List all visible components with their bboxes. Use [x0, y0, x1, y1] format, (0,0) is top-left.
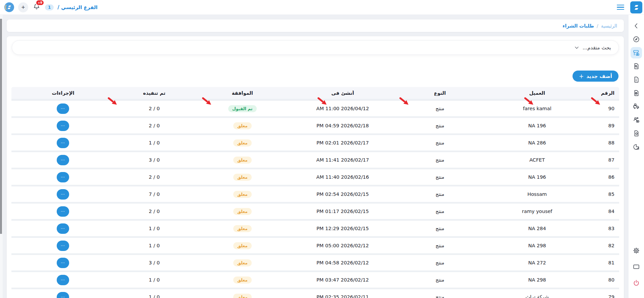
purchase-orders-table: الرقم العميل النوع أنشئ فى الموافقة تم ت…: [11, 87, 619, 298]
row-actions-button[interactable]: •••: [57, 241, 69, 251]
cell-created: AM 11:41 2026/02/17: [291, 157, 394, 163]
scrollbar-thumb[interactable]: [0, 19, 2, 234]
cell-executed: 1 / 0: [115, 243, 194, 248]
sidebar-item-document-box-icon[interactable]: [631, 128, 642, 139]
cell-executed: 7 / 0: [115, 191, 194, 197]
cell-actions: •••: [11, 206, 115, 217]
notification-count-badge: +9: [36, 0, 44, 6]
sidebar-item-document-search-icon[interactable]: [631, 60, 642, 72]
table-row: 80 NA 298 منتج PM 03:47 2026/02/12 معلق …: [11, 272, 619, 288]
cell-number: 84: [589, 209, 619, 214]
cell-type: منتج: [394, 294, 486, 298]
quick-add-button[interactable]: +: [18, 2, 28, 12]
breadcrumb-home-link[interactable]: الرئيسية: [601, 23, 617, 29]
branch-count-badge: 1: [45, 4, 54, 10]
approval-badge: معلق: [233, 122, 252, 129]
branch-label[interactable]: الفرع الرئيسي /: [57, 4, 97, 10]
sidebar-item-compass-icon[interactable]: [631, 34, 642, 45]
row-actions-button[interactable]: •••: [57, 292, 69, 298]
table-row: 81 NA 272 منتج PM 04:58 2026/02/12 معلق …: [11, 255, 619, 270]
brand-square-logo[interactable]: [630, 1, 642, 13]
add-new-label: أضف جديد: [587, 73, 612, 79]
page-scrollbar[interactable]: [0, 15, 3, 298]
header-number: الرقم: [589, 90, 619, 96]
row-actions-button[interactable]: •••: [57, 223, 69, 234]
cell-number: 80: [589, 277, 619, 283]
sidebar-item-document-money-icon[interactable]: [631, 87, 642, 99]
header-approval: الموافقة: [194, 90, 291, 96]
cell-created: PM 04:59 2026/02/18: [291, 123, 394, 128]
notifications-button[interactable]: +9: [32, 2, 41, 13]
sidebar-item-customers-money-icon[interactable]: [631, 114, 642, 126]
chevron-down-icon: [574, 45, 579, 50]
cell-number: 88: [589, 140, 619, 145]
breadcrumb-separator: /: [597, 23, 598, 29]
settings-gear-icon[interactable]: [631, 245, 642, 256]
row-actions-button[interactable]: •••: [57, 103, 69, 114]
sidebar-collapse-chevron-icon[interactable]: [631, 20, 642, 32]
row-actions-button[interactable]: •••: [57, 275, 69, 285]
cell-created: PM 02:35 2026/02/11: [291, 294, 394, 298]
cell-number: 85: [589, 191, 619, 197]
cell-client: NA 272: [486, 260, 589, 265]
sidebar-item-purchases-pos-icon[interactable]: [631, 47, 642, 58]
row-actions-button[interactable]: •••: [57, 258, 69, 268]
sidebar-item-stats-pie-icon[interactable]: [631, 141, 642, 153]
power-icon[interactable]: [631, 277, 642, 289]
cell-executed: 3 / 0: [115, 157, 194, 163]
row-actions-button[interactable]: •••: [57, 172, 69, 182]
header-type: النوع: [394, 90, 486, 96]
advanced-search-toggle[interactable]: بحث متقدم...: [12, 40, 619, 55]
cell-executed: 1 / 0: [115, 140, 194, 145]
row-actions-button[interactable]: •••: [57, 155, 69, 165]
row-actions-button[interactable]: •••: [57, 206, 69, 217]
cell-client: fares kamal: [486, 106, 589, 111]
table-header-row: الرقم العميل النوع أنشئ فى الموافقة تم ت…: [11, 87, 619, 99]
table-row: 82 NA 298 منتج PM 05:00 2026/02/12 معلق …: [11, 238, 619, 253]
sidebar-item-delivery-truck-icon[interactable]: [631, 101, 642, 112]
cell-approval: معلق: [194, 174, 291, 181]
cell-created: PM 12:29 2026/02/15: [291, 226, 394, 231]
table-row: 83 NA 284 منتج PM 12:29 2026/02/15 معلق …: [11, 221, 619, 236]
cell-type: منتج: [394, 157, 486, 163]
table-row: 89 NA 196 منتج PM 04:59 2026/02/18 معلق …: [11, 118, 619, 133]
cell-type: منتج: [394, 106, 486, 111]
cell-client: NA 284: [486, 226, 589, 231]
cell-approval: تم القبول: [194, 105, 291, 112]
cell-client: NA 196: [486, 174, 589, 180]
cell-approval: معلق: [194, 208, 291, 215]
approval-badge: تم القبول: [228, 105, 257, 112]
header-client: العميل: [486, 90, 589, 96]
brand-circle-logo[interactable]: [4, 2, 14, 12]
add-new-button[interactable]: أضف جديد +: [573, 71, 618, 82]
hamburger-menu-icon[interactable]: [615, 3, 626, 11]
row-actions-button[interactable]: •••: [57, 189, 69, 200]
cell-actions: •••: [11, 292, 115, 298]
sidebar-item-document-info-icon[interactable]: [631, 74, 642, 85]
cell-actions: •••: [11, 258, 115, 268]
row-actions-button[interactable]: •••: [57, 138, 69, 148]
header-created: أنشئ فى: [291, 90, 394, 96]
brand-s-icon: [631, 2, 641, 12]
cell-executed: 2 / 0: [115, 174, 194, 180]
cell-executed: 2 / 0: [115, 209, 194, 214]
topbar-right-group: [615, 1, 644, 13]
header-executed: تم تنفيذه: [115, 90, 194, 96]
cell-actions: •••: [11, 241, 115, 251]
cell-client: شركة تراث: [486, 294, 589, 298]
screen-icon[interactable]: [631, 261, 642, 272]
table-row: 86 NA 196 منتج AM 11:40 2026/02/16 معلق …: [11, 169, 619, 185]
table-row: 85 Hossam منتج PM 02:54 2026/02/15 معلق …: [11, 186, 619, 202]
approval-badge: معلق: [233, 139, 252, 146]
brand-circle-icon: [4, 2, 14, 12]
cell-approval: معلق: [194, 122, 291, 129]
row-actions-button[interactable]: •••: [57, 121, 69, 131]
cell-actions: •••: [11, 223, 115, 234]
cell-approval: معلق: [194, 242, 291, 249]
cell-created: PM 03:47 2026/02/12: [291, 277, 394, 283]
cell-number: 87: [589, 157, 619, 163]
cell-executed: 3 / 0: [115, 260, 194, 265]
cell-client: ACFET: [486, 157, 589, 163]
cell-created: PM 04:58 2026/02/12: [291, 260, 394, 265]
approval-badge: معلق: [233, 157, 252, 164]
